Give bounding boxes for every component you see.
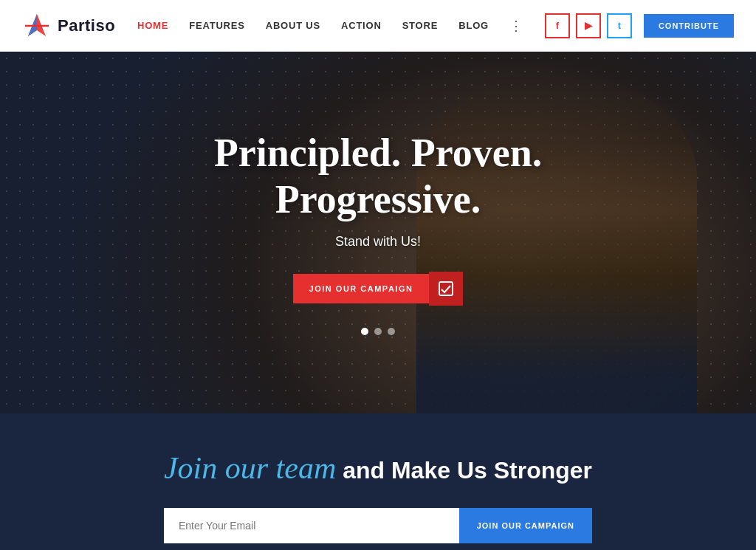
carousel-dot-1[interactable] <box>361 328 368 335</box>
bottom-title-bold: and Make Us Stronger <box>343 457 592 484</box>
campaign-cta-icon <box>429 272 463 306</box>
facebook-button[interactable]: f <box>545 13 570 38</box>
logo[interactable]: Partiso <box>22 11 115 41</box>
nav-item-action[interactable]: ACTION <box>341 20 382 31</box>
hero-carousel-dots <box>361 328 395 335</box>
contribute-button[interactable]: CONTRIBUTE <box>644 14 734 38</box>
bottom-title: Join our team and Make Us Stronger <box>164 450 592 486</box>
header-right: f ▶ t CONTRIBUTE <box>545 13 734 38</box>
hero-title-line1: Principled. Proven. <box>214 131 542 175</box>
svg-rect-3 <box>439 282 453 295</box>
youtube-button[interactable]: ▶ <box>576 13 601 38</box>
hero-cta[interactable]: JOIN OUR CAMPAIGN <box>293 272 464 306</box>
hero-title-line2: Progressive. <box>275 177 481 221</box>
join-campaign-button[interactable]: JOIN OUR CAMPAIGN <box>293 274 430 303</box>
twitter-button[interactable]: t <box>607 13 632 38</box>
bottom-section: Join our team and Make Us Stronger JOIN … <box>0 413 756 550</box>
nav-item-about[interactable]: ABOUT US <box>266 20 320 31</box>
nav-item-features[interactable]: FEATURES <box>189 20 245 31</box>
nav-item-blog[interactable]: BLOG <box>458 20 489 31</box>
bottom-title-cursive: Join our team <box>164 451 336 485</box>
nav-item-store[interactable]: STORE <box>402 20 439 31</box>
hero-section: Principled. Proven. Progressive. Stand w… <box>0 52 756 413</box>
email-form-row: JOIN OUR CAMPAIGN <box>164 508 592 543</box>
hero-title: Principled. Proven. Progressive. <box>214 130 542 221</box>
nav-more-icon[interactable]: ⋮ <box>509 18 523 34</box>
nav-item-home[interactable]: HOME <box>137 20 168 31</box>
hero-subtitle: Stand with Us! <box>335 234 421 250</box>
header: Partiso HOME FEATURES ABOUT US ACTION ST… <box>0 0 756 52</box>
logo-text: Partiso <box>58 16 115 35</box>
hero-content: Principled. Proven. Progressive. Stand w… <box>0 52 756 413</box>
email-input[interactable] <box>164 508 459 543</box>
logo-icon <box>22 11 52 41</box>
carousel-dot-3[interactable] <box>388 328 395 335</box>
main-nav: HOME FEATURES ABOUT US ACTION STORE BLOG… <box>137 18 523 34</box>
carousel-dot-2[interactable] <box>374 328 382 335</box>
form-submit-button[interactable]: JOIN OUR CAMPAIGN <box>459 508 592 543</box>
